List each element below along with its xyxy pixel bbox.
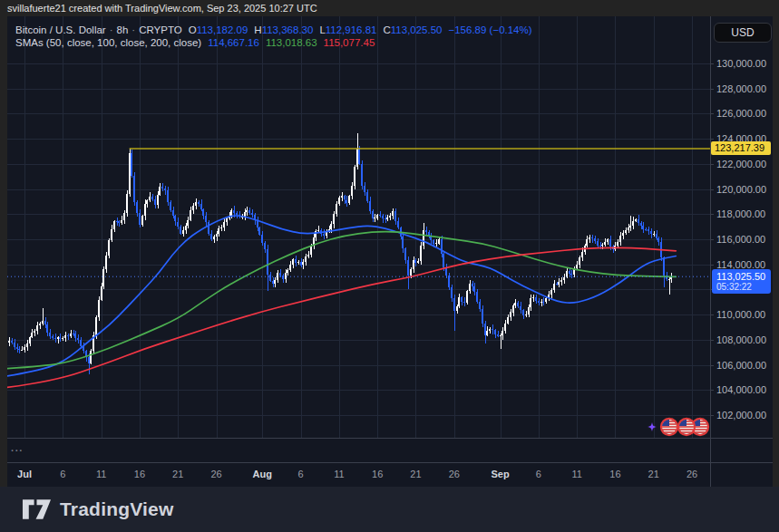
sma100-value: 113,018.63	[266, 37, 317, 48]
time-tick-label: Aug	[253, 468, 272, 480]
current-price-value: 113,025.50	[716, 271, 771, 282]
sma-legend-row[interactable]: SMAs (50, close, 100, close, 200, close)…	[15, 36, 532, 49]
attribution-text: svillafuerte21 created with TradingView.…	[7, 3, 317, 14]
time-tick-label: 16	[134, 468, 145, 480]
tradingview-snapshot: svillafuerte21 created with TradingView.…	[0, 0, 779, 532]
sma200-value: 115,077.45	[324, 37, 375, 48]
low-value: 112,916.81	[326, 24, 377, 35]
symbol-legend-row[interactable]: Bitcoin / U.S. Dollar·8h·CRYPTOO113,182.…	[15, 24, 532, 36]
chart-canvas[interactable]	[0, 0, 779, 532]
time-tick-label: Jul	[17, 468, 32, 480]
price-tick-label: 120,000.00	[716, 183, 766, 196]
price-tick-label: 126,000.00	[716, 107, 766, 120]
collapsed-pane-ellipsis-button[interactable]: ···	[11, 445, 24, 456]
high-value: 113,368.30	[262, 24, 314, 35]
us-flag-event-icon[interactable]	[678, 419, 695, 435]
price-tick-label: 108,000.00	[716, 334, 766, 346]
legend-separator: ·	[106, 24, 117, 35]
time-tick-label: 21	[648, 468, 659, 480]
time-tick-label: 6	[536, 468, 541, 480]
symbol-name: Bitcoin / U.S. Dollar	[15, 24, 106, 35]
time-tick-label: Sep	[491, 468, 509, 480]
time-tick-label: 21	[410, 468, 421, 480]
price-tick-label: 116,000.00	[716, 233, 765, 246]
us-flag-event-icon[interactable]	[661, 419, 677, 435]
close-value: 113,025.50	[391, 24, 443, 35]
current-price-label: 113,025.50 05:32:22	[712, 269, 771, 294]
price-tick-label: 110,000.00	[716, 308, 765, 321]
tradingview-logo-icon	[22, 497, 52, 522]
price-tick-label: 130,000.00	[716, 57, 766, 70]
footer-bar: TradingView	[0, 487, 779, 532]
time-tick-label: 11	[96, 468, 106, 480]
price-tick-label: 106,000.00	[716, 359, 766, 372]
interval-label: 8h	[117, 24, 129, 35]
time-tick-label: 6	[60, 468, 65, 480]
time-tick-label: 6	[297, 468, 303, 480]
time-tick-label: 26	[686, 468, 697, 480]
time-tick-label: 26	[210, 468, 221, 480]
legend-separator: ·	[128, 24, 139, 35]
level-price-label: 123,217.39	[711, 141, 771, 155]
high-label: H	[254, 24, 261, 35]
price-tick-label: 128,000.00	[716, 82, 766, 95]
price-tick-label: 118,000.00	[716, 208, 765, 220]
price-tick-label: 102,000.00	[716, 409, 766, 421]
close-label: C	[383, 24, 390, 35]
change-value: −156.89 (−0.14%)	[449, 24, 532, 35]
tradingview-logo[interactable]: TradingView	[22, 497, 174, 522]
market-label: CRYPTO	[139, 24, 182, 35]
time-tick-label: 11	[334, 468, 344, 480]
bar-countdown: 05:32:22	[716, 282, 771, 292]
sma-label: SMAs (50, close, 100, close, 200, close)	[15, 37, 201, 48]
attribution-bar: svillafuerte21 created with TradingView.…	[0, 0, 779, 16]
chart-legend: Bitcoin / U.S. Dollar·8h·CRYPTOO113,182.…	[15, 24, 532, 49]
sma50-value: 114,667.16	[208, 37, 259, 48]
time-tick-label: 16	[372, 468, 383, 480]
open-label: O	[189, 24, 197, 35]
time-tick-label: 11	[571, 468, 581, 480]
time-tick-label: 26	[449, 468, 460, 480]
time-tick-label: 16	[609, 468, 620, 480]
time-tick-label: 21	[172, 468, 183, 480]
tradingview-wordmark: TradingView	[60, 498, 174, 520]
price-tick-label: 104,000.00	[716, 383, 766, 396]
open-value: 113,182.09	[197, 24, 248, 35]
price-tick-label: 122,000.00	[716, 158, 766, 170]
chart-background	[7, 16, 773, 487]
